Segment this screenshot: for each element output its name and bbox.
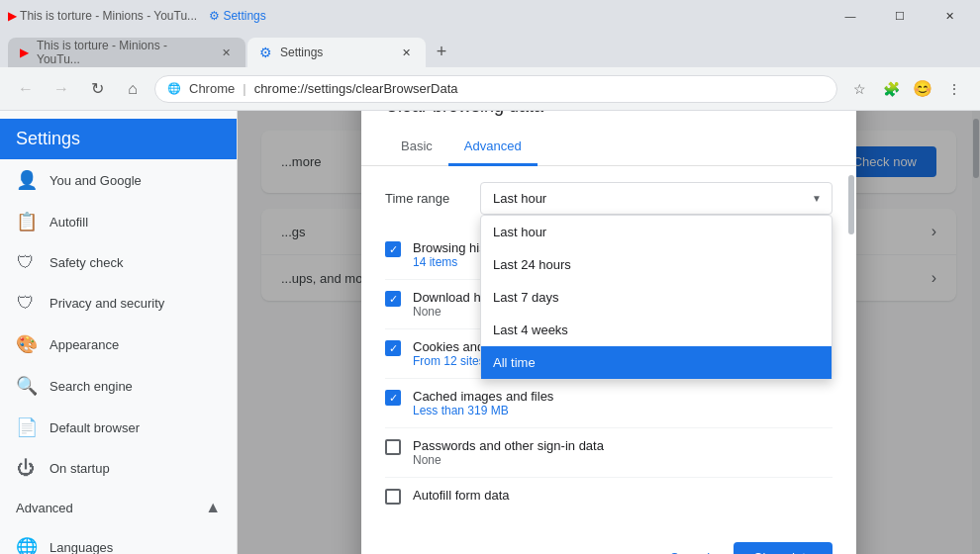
checkbox-label: Passwords and other sign-in data [413,438,604,453]
settings-tab-close[interactable]: ✕ [398,45,414,60]
checkbox-cached-images-text: Cached images and files Less than 319 MB [413,389,553,417]
checkbox-label: Autofill form data [413,488,510,503]
languages-icon: 🌐 [16,536,36,554]
maximize-button[interactable]: ☐ [877,0,923,32]
option-last-4-weeks[interactable]: Last 4 weeks [481,314,832,346]
window-controls: — ☐ ✕ [828,0,972,32]
browser-icon: 📄 [16,416,36,438]
time-range-row: Time range Last hour ▼ Last hour Last 24… [385,182,833,215]
sidebar-item-label: Languages [49,540,113,555]
checkbox-passwords-input[interactable] [385,439,401,455]
checkbox-autofill-input[interactable] [385,489,401,505]
advanced-label: Advanced [16,501,73,515]
sidebar-item-label: On startup [49,461,110,476]
tab-advanced[interactable]: Advanced [448,129,538,166]
option-all-time[interactable]: All time [481,346,832,379]
time-range-select[interactable]: Last hour ▼ Last hour Last 24 hours Last… [480,182,833,215]
time-range-dropdown: Last hour Last 24 hours Last 7 days Last… [480,215,833,380]
sidebar-item-autofill[interactable]: 📋 Autofill [0,201,237,242]
checkbox-sublabel: Less than 319 MB [413,404,553,417]
url-favicon: 🌐 [167,82,181,95]
startup-icon: ⏻ [16,458,36,479]
home-button[interactable]: ⌂ [119,75,147,103]
checkbox-label: Cached images and files [413,389,553,404]
avatar-button[interactable]: 😊 [909,75,936,103]
checkbox-sublabel: None [413,453,604,467]
sidebar-item-languages[interactable]: 🌐 Languages [0,526,237,554]
youtube-favicon: ▶ [20,46,29,59]
select-box[interactable]: Last hour ▼ [480,182,833,215]
chevron-up-icon: ▲ [205,499,221,516]
sidebar: Settings 👤 You and Google 📋 Autofill 🛡 S… [0,111,238,554]
forward-button[interactable]: → [48,75,75,103]
option-last-hour[interactable]: Last hour [481,216,832,248]
dialog-scroll-thumb [848,175,854,234]
minimize-button[interactable]: — [828,0,873,32]
tab-basic[interactable]: Basic [385,129,448,166]
selected-option: Last hour [493,191,546,206]
address-bar: ← → ↻ ⌂ 🌐 Chrome | chrome://settings/cle… [0,67,980,111]
extensions-button[interactable]: 🧩 [877,75,905,103]
sidebar-item-safety-check[interactable]: 🛡 Safety check [0,242,237,283]
menu-button[interactable]: ⋮ [940,75,968,103]
privacy-icon: 🛡 [16,293,36,314]
checkbox-download-history-input[interactable]: ✓ [385,291,401,307]
sidebar-item-label: Search engine [49,379,133,394]
sidebar-item-label: You and Google [49,173,142,188]
shield-icon: 🛡 [16,252,36,273]
youtube-tab-close[interactable]: ✕ [218,45,234,60]
dialog-title: Clear browsing data [361,111,856,129]
sidebar-item-search-engine[interactable]: 🔍 Search engine [0,365,237,407]
youtube-tab-label: This is torture - Minions - YouTu... [37,39,210,66]
sidebar-header: Settings [0,119,237,159]
url-separator: | [243,81,245,96]
settings-favicon: ⚙ [259,45,272,60]
dialog-footer: Cancel Clear data [361,530,856,554]
sidebar-item-label: Appearance [49,337,119,352]
sidebar-item-label: Default browser [49,420,140,435]
tab-bar: ▶ This is torture - Minions - YouTu... ✕… [0,32,980,67]
refresh-button[interactable]: ↻ [83,75,111,103]
sidebar-item-you-google[interactable]: 👤 You and Google [0,159,237,201]
new-tab-button[interactable]: + [428,38,455,65]
sidebar-item-on-startup[interactable]: ⏻ On startup [0,448,237,489]
cancel-button[interactable]: Cancel [654,542,726,554]
back-button[interactable]: ← [12,75,40,103]
option-last-7-days[interactable]: Last 7 days [481,281,832,314]
option-last-24h[interactable]: Last 24 hours [481,248,832,281]
settings-tab-label: Settings [280,46,323,59]
search-icon: 🔍 [16,375,36,397]
sidebar-item-default-browser[interactable]: 📄 Default browser [0,407,237,448]
sidebar-item-label: Autofill [49,215,88,230]
sidebar-advanced-section[interactable]: Advanced ▲ [0,489,237,526]
clear-data-button[interactable]: Clear data [734,542,833,554]
dialog-tabs: Basic Advanced [361,129,856,166]
checkbox-autofill: Autofill form data [385,478,833,514]
person-icon: 👤 [16,169,36,191]
checkbox-autofill-text: Autofill form data [413,488,510,503]
checkbox-passwords-text: Passwords and other sign-in data None [413,438,604,467]
main-area: Settings 👤 You and Google 📋 Autofill 🛡 S… [0,111,980,554]
chrome-label: Chrome [189,81,235,96]
sidebar-item-label: Safety check [49,255,123,270]
title-bar: ▶ This is torture - Minions - YouTu... ⚙… [0,0,980,32]
dialog-scrollbar[interactable] [848,175,854,393]
address-actions: ☆ 🧩 😊 ⋮ [845,75,968,103]
autofill-icon: 📋 [16,211,36,232]
settings-tab[interactable]: ⚙ Settings ✕ [247,38,426,67]
content-area: ...more Check now ...gs › ...ups, and mo… [238,111,980,554]
checkbox-browsing-history-input[interactable]: ✓ [385,241,401,257]
sidebar-item-appearance[interactable]: 🎨 Appearance [0,323,237,365]
close-button[interactable]: ✕ [927,0,972,32]
bookmark-button[interactable]: ☆ [845,75,873,103]
time-range-label: Time range [385,191,464,206]
checkbox-cookies-input[interactable]: ✓ [385,340,401,356]
modal-overlay: Clear browsing data Basic Advanced Time … [238,111,980,554]
dialog-body: Time range Last hour ▼ Last hour Last 24… [361,166,856,530]
url-text: chrome://settings/clearBrowserData [254,81,458,96]
url-bar[interactable]: 🌐 Chrome | chrome://settings/clearBrowse… [154,75,837,103]
youtube-tab[interactable]: ▶ This is torture - Minions - YouTu... ✕ [8,38,245,67]
checkbox-cached-images-input[interactable]: ✓ [385,390,401,406]
checkbox-cached-images: ✓ Cached images and files Less than 319 … [385,379,833,428]
sidebar-item-privacy-security[interactable]: 🛡 Privacy and security [0,283,237,323]
